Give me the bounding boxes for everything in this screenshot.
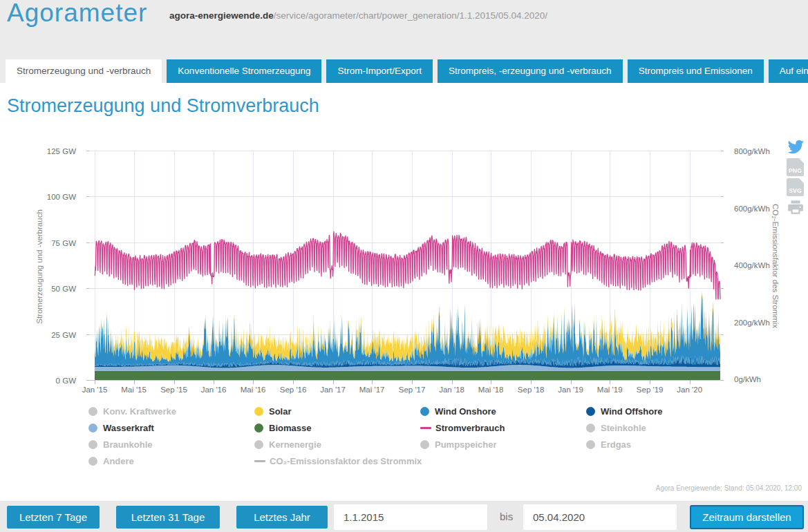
- legend-item-steinkohle[interactable]: Steinkohle: [586, 421, 646, 434]
- y-axis-title-left: Stromerzeugung und -verbrauch: [35, 209, 44, 324]
- y-axis-tick-label: 25 GW: [33, 331, 76, 339]
- print-icon[interactable]: [787, 198, 805, 216]
- x-axis-tick-label: Sep '18: [509, 386, 553, 394]
- tab-strom-import-export[interactable]: Strom-Import/Export: [326, 59, 433, 83]
- right-axis-tick-label: 400g/kWh: [734, 261, 782, 269]
- last-31-days-button[interactable]: Letzten 31 Tage: [116, 506, 220, 529]
- svg-download-label: SVG: [789, 187, 802, 194]
- footer-toolbar: Letzten 7 Tage Letzten 31 Tage Letztes J…: [0, 501, 808, 532]
- tab-stromerzeugung-und-verbrauch[interactable]: Stromerzeugung und -verbrauch: [6, 59, 162, 83]
- legend-label: Andere: [103, 456, 134, 466]
- legend-item-stromverbrauch[interactable]: Stromverbrauch: [420, 421, 505, 434]
- legend-item-co-emissionsfaktor-des-strommix[interactable]: CO₂-Emissionsfaktor des Strommix: [254, 455, 422, 467]
- x-axis-tick-label: Jan '19: [549, 386, 593, 394]
- legend-marker: [420, 440, 429, 449]
- app-header: Agorameter agora-energiewende.de/service…: [0, 0, 808, 83]
- tab-bar: Stromerzeugung und -verbrauch Konvention…: [6, 59, 808, 83]
- legend-item-konv-kraftwerke[interactable]: Konv. Kraftwerke: [88, 405, 176, 417]
- last-year-button[interactable]: Letztes Jahr: [236, 506, 328, 529]
- x-axis-tick-label: Mai '17: [350, 386, 394, 394]
- breadcrumb: agora-energiewende.de/service/agorameter…: [169, 10, 547, 21]
- legend-label: Braunkohle: [103, 439, 153, 450]
- legend-marker: [88, 424, 97, 433]
- attribution-text: Agora Energiewende; Stand: 05.04.2020, 1…: [656, 484, 802, 492]
- legend-item-braunkohle[interactable]: Braunkohle: [88, 438, 153, 450]
- svg-download-icon[interactable]: SVG: [787, 178, 805, 196]
- chart-legend: Konv. KraftwerkeSolarWind OnshoreWind Of…: [83, 405, 760, 471]
- legend-marker: [420, 407, 429, 416]
- legend-item-andere[interactable]: Andere: [88, 455, 134, 467]
- x-axis-tick-label: Mai '18: [469, 386, 513, 394]
- legend-label: Konv. Kraftwerke: [103, 406, 176, 417]
- x-axis-tick-label: Jan '16: [191, 386, 236, 394]
- y-axis-tick-label: 75 GW: [33, 239, 76, 247]
- date-from-input[interactable]: [334, 504, 487, 530]
- legend-item-wind-offshore[interactable]: Wind Offshore: [586, 405, 662, 417]
- legend-item-solar[interactable]: Solar: [254, 405, 292, 417]
- share-column: PNG SVG: [787, 138, 806, 218]
- legend-marker: [88, 440, 97, 449]
- legend-marker: [586, 407, 595, 416]
- legend-label: Kernenergie: [269, 439, 321, 450]
- breadcrumb-domain: agora-energiewende.de: [169, 10, 274, 21]
- legend-marker: [254, 460, 265, 462]
- x-axis-tick-label: Sep '17: [390, 386, 434, 394]
- y-axis-tick-label: 125 GW: [33, 147, 76, 155]
- legend-label: Biomasse: [269, 423, 311, 433]
- legend-marker: [88, 407, 97, 416]
- legend-marker: [254, 407, 263, 416]
- right-axis-tick-label: 200g/kWh: [734, 319, 782, 327]
- legend-label: Pumpspeicher: [435, 439, 497, 450]
- twitter-share-icon[interactable]: [787, 138, 805, 156]
- tab-strompreis-und-emissionen[interactable]: Strompreis und Emissionen: [628, 59, 764, 83]
- legend-item-erdgas[interactable]: Erdgas: [586, 438, 631, 450]
- bis-label: bis: [500, 511, 513, 522]
- legend-marker: [586, 424, 595, 433]
- legend-item-wind-onshore[interactable]: Wind Onshore: [420, 405, 496, 417]
- tab-auf-einen-blick[interactable]: Auf einen Blick: [769, 59, 808, 83]
- legend-marker: [254, 424, 263, 433]
- legend-item-biomasse[interactable]: Biomasse: [254, 421, 311, 434]
- x-axis-tick-label: Jan '20: [668, 386, 712, 394]
- y-axis-tick-label: 0 GW: [33, 377, 76, 385]
- right-axis-tick-label: 0g/kWh: [734, 375, 782, 383]
- x-axis-tick-label: Mai '19: [588, 386, 632, 394]
- right-axis-tick-label: 800g/kWh: [734, 147, 782, 155]
- legend-label: CO₂-Emissionsfaktor des Strommix: [270, 456, 422, 466]
- x-axis-tick-label: Jan '15: [73, 386, 117, 394]
- x-axis-tick-label: Mai '15: [112, 386, 156, 394]
- x-axis-tick-label: Jan '18: [430, 386, 474, 394]
- legend-item-pumpspeicher[interactable]: Pumpspeicher: [420, 438, 497, 450]
- x-axis-tick-label: Sep '16: [271, 386, 315, 394]
- legend-item-wasserkraft[interactable]: Wasserkraft: [88, 421, 154, 434]
- legend-marker: [586, 440, 595, 449]
- legend-label: Stromverbrauch: [435, 423, 505, 433]
- last-7-days-button[interactable]: Letzten 7 Tage: [7, 506, 100, 529]
- show-timerange-button[interactable]: Zeitraum darstellen: [690, 505, 804, 529]
- page-title: Stromerzeugung und Stromverbrauch: [7, 95, 319, 117]
- breadcrumb-path: /service/agorameter/chart/power_generati…: [274, 10, 547, 21]
- tab-konventionelle-stromerzeugung[interactable]: Konventionelle Stromerzeugung: [167, 59, 321, 83]
- legend-label: Steinkohle: [601, 423, 646, 433]
- tab-strompreis-erzeugung-verbrauch[interactable]: Strompreis, -erzeugung und -verbrauch: [438, 59, 623, 83]
- agorameter-page: Agorameter agora-energiewende.de/service…: [0, 0, 808, 532]
- png-download-icon[interactable]: PNG: [787, 158, 805, 176]
- app-title: Agorameter: [7, 0, 147, 28]
- legend-label: Wind Offshore: [601, 406, 662, 417]
- x-axis-tick-label: Jan '17: [311, 386, 355, 394]
- legend-label: Wasserkraft: [103, 423, 154, 433]
- legend-label: Wind Onshore: [435, 406, 496, 417]
- legend-marker: [88, 457, 97, 466]
- legend-marker: [254, 440, 263, 449]
- x-axis-tick-label: Sep '19: [628, 386, 672, 394]
- legend-marker: [420, 427, 431, 429]
- legend-item-kernenergie[interactable]: Kernenergie: [254, 438, 321, 450]
- png-download-label: PNG: [789, 167, 802, 174]
- legend-label: Solar: [269, 406, 292, 417]
- date-to-input[interactable]: [523, 504, 677, 530]
- legend-label: Erdgas: [601, 439, 631, 450]
- x-axis-tick-label: Mai '16: [231, 386, 275, 394]
- x-axis-tick-label: Sep '15: [152, 386, 196, 394]
- power-generation-chart[interactable]: [86, 144, 724, 384]
- right-axis-tick-label: 600g/kWh: [734, 205, 782, 213]
